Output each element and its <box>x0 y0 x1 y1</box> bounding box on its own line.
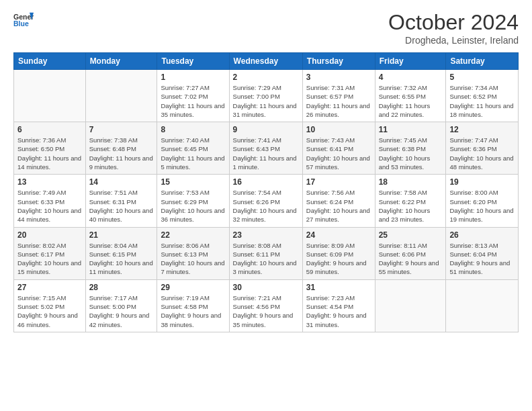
calendar-cell <box>375 279 446 332</box>
day-detail: Sunrise: 7:43 AMSunset: 6:41 PMDaylight:… <box>306 136 371 171</box>
svg-text:Blue: Blue <box>13 19 29 28</box>
day-detail: Sunrise: 8:09 AMSunset: 6:09 PMDaylight:… <box>306 241 371 277</box>
day-detail: Sunrise: 7:51 AMSunset: 6:31 PMDaylight:… <box>89 188 154 224</box>
calendar-cell <box>85 70 157 122</box>
day-number: 15 <box>161 177 225 187</box>
calendar-cell: 7Sunrise: 7:38 AMSunset: 6:48 PMDaylight… <box>85 122 157 175</box>
calendar-cell: 19Sunrise: 8:00 AMSunset: 6:20 PMDayligh… <box>446 175 519 227</box>
day-number: 20 <box>17 230 82 240</box>
calendar-cell: 31Sunrise: 7:23 AMSunset: 4:54 PMDayligh… <box>302 279 375 332</box>
calendar-cell: 30Sunrise: 7:21 AMSunset: 4:56 PMDayligh… <box>229 279 302 332</box>
header-thursday: Thursday <box>302 53 375 70</box>
day-detail: Sunrise: 7:15 AMSunset: 5:02 PMDaylight:… <box>17 293 82 329</box>
calendar-cell: 27Sunrise: 7:15 AMSunset: 5:02 PMDayligh… <box>14 279 86 332</box>
day-number: 16 <box>233 177 299 187</box>
day-number: 13 <box>17 177 82 187</box>
day-number: 25 <box>379 230 443 240</box>
day-detail: Sunrise: 7:56 AMSunset: 6:24 PMDaylight:… <box>306 188 371 224</box>
day-detail: Sunrise: 8:02 AMSunset: 6:17 PMDaylight:… <box>17 241 82 277</box>
day-number: 30 <box>233 283 299 292</box>
day-number: 17 <box>306 177 371 187</box>
location-subtitle: Drogheda, Leinster, Ireland <box>388 35 519 46</box>
day-number: 5 <box>449 73 515 82</box>
calendar-week-4: 20Sunrise: 8:02 AMSunset: 6:17 PMDayligh… <box>14 227 519 279</box>
calendar-cell: 14Sunrise: 7:51 AMSunset: 6:31 PMDayligh… <box>85 175 157 227</box>
day-detail: Sunrise: 7:34 AMSunset: 6:52 PMDaylight:… <box>449 83 515 119</box>
day-number: 11 <box>379 125 443 134</box>
day-detail: Sunrise: 7:45 AMSunset: 6:38 PMDaylight:… <box>379 136 443 171</box>
weekday-header-row: Sunday Monday Tuesday Wednesday Thursday… <box>14 53 519 70</box>
calendar-cell: 4Sunrise: 7:32 AMSunset: 6:55 PMDaylight… <box>375 70 446 122</box>
day-detail: Sunrise: 8:11 AMSunset: 6:06 PMDaylight:… <box>379 241 443 277</box>
day-detail: Sunrise: 7:27 AMSunset: 7:02 PMDaylight:… <box>161 83 225 119</box>
calendar-cell: 11Sunrise: 7:45 AMSunset: 6:38 PMDayligh… <box>375 122 446 175</box>
calendar-week-1: 1Sunrise: 7:27 AMSunset: 7:02 PMDaylight… <box>14 70 519 122</box>
logo: General Blue <box>13 10 36 30</box>
calendar-cell: 5Sunrise: 7:34 AMSunset: 6:52 PMDaylight… <box>446 70 519 122</box>
calendar-cell: 15Sunrise: 7:53 AMSunset: 6:29 PMDayligh… <box>157 175 229 227</box>
calendar-cell: 23Sunrise: 8:08 AMSunset: 6:11 PMDayligh… <box>229 227 302 279</box>
calendar-cell: 9Sunrise: 7:41 AMSunset: 6:43 PMDaylight… <box>229 122 302 175</box>
day-number: 7 <box>89 125 154 134</box>
calendar-cell: 25Sunrise: 8:11 AMSunset: 6:06 PMDayligh… <box>375 227 446 279</box>
month-title: October 2024 <box>388 10 519 35</box>
calendar-cell: 20Sunrise: 8:02 AMSunset: 6:17 PMDayligh… <box>14 227 86 279</box>
calendar-week-5: 27Sunrise: 7:15 AMSunset: 5:02 PMDayligh… <box>14 279 519 332</box>
calendar-week-2: 6Sunrise: 7:36 AMSunset: 6:50 PMDaylight… <box>14 122 519 175</box>
header-wednesday: Wednesday <box>229 53 302 70</box>
day-number: 28 <box>89 283 154 292</box>
day-detail: Sunrise: 7:31 AMSunset: 6:57 PMDaylight:… <box>306 83 371 119</box>
header-friday: Friday <box>375 53 446 70</box>
day-detail: Sunrise: 8:00 AMSunset: 6:20 PMDaylight:… <box>449 188 515 224</box>
day-number: 31 <box>306 283 371 292</box>
calendar-cell: 16Sunrise: 7:54 AMSunset: 6:26 PMDayligh… <box>229 175 302 227</box>
calendar-table: Sunday Monday Tuesday Wednesday Thursday… <box>13 52 519 332</box>
day-number: 12 <box>449 125 515 134</box>
calendar-cell <box>14 70 86 122</box>
day-detail: Sunrise: 7:17 AMSunset: 5:00 PMDaylight:… <box>89 293 154 329</box>
day-number: 22 <box>161 230 225 240</box>
day-detail: Sunrise: 7:19 AMSunset: 4:58 PMDaylight:… <box>161 293 225 329</box>
day-number: 23 <box>233 230 299 240</box>
header-monday: Monday <box>85 53 157 70</box>
calendar-cell <box>446 279 519 332</box>
calendar-cell: 10Sunrise: 7:43 AMSunset: 6:41 PMDayligh… <box>302 122 375 175</box>
header-saturday: Saturday <box>446 53 519 70</box>
calendar-cell: 6Sunrise: 7:36 AMSunset: 6:50 PMDaylight… <box>14 122 86 175</box>
day-number: 6 <box>17 125 82 134</box>
day-detail: Sunrise: 7:41 AMSunset: 6:43 PMDaylight:… <box>233 136 299 171</box>
logo-icon: General Blue <box>13 10 34 30</box>
calendar-cell: 29Sunrise: 7:19 AMSunset: 4:58 PMDayligh… <box>157 279 229 332</box>
day-detail: Sunrise: 7:29 AMSunset: 7:00 PMDaylight:… <box>233 83 299 119</box>
calendar-cell: 21Sunrise: 8:04 AMSunset: 6:15 PMDayligh… <box>85 227 157 279</box>
day-number: 10 <box>306 125 371 134</box>
day-detail: Sunrise: 7:23 AMSunset: 4:54 PMDaylight:… <box>306 293 371 329</box>
day-detail: Sunrise: 7:21 AMSunset: 4:56 PMDaylight:… <box>233 293 299 329</box>
header-sunday: Sunday <box>14 53 86 70</box>
calendar-cell: 22Sunrise: 8:06 AMSunset: 6:13 PMDayligh… <box>157 227 229 279</box>
calendar-cell: 3Sunrise: 7:31 AMSunset: 6:57 PMDaylight… <box>302 70 375 122</box>
day-number: 18 <box>379 177 443 187</box>
day-detail: Sunrise: 7:49 AMSunset: 6:33 PMDaylight:… <box>17 188 82 224</box>
calendar-cell: 1Sunrise: 7:27 AMSunset: 7:02 PMDaylight… <box>157 70 229 122</box>
day-number: 21 <box>89 230 154 240</box>
calendar-cell: 24Sunrise: 8:09 AMSunset: 6:09 PMDayligh… <box>302 227 375 279</box>
calendar-cell: 28Sunrise: 7:17 AMSunset: 5:00 PMDayligh… <box>85 279 157 332</box>
day-number: 4 <box>379 73 443 82</box>
day-number: 24 <box>306 230 371 240</box>
day-detail: Sunrise: 7:58 AMSunset: 6:22 PMDaylight:… <box>379 188 443 224</box>
day-detail: Sunrise: 7:47 AMSunset: 6:36 PMDaylight:… <box>449 136 515 171</box>
calendar-cell: 26Sunrise: 8:13 AMSunset: 6:04 PMDayligh… <box>446 227 519 279</box>
calendar-cell: 17Sunrise: 7:56 AMSunset: 6:24 PMDayligh… <box>302 175 375 227</box>
day-detail: Sunrise: 7:32 AMSunset: 6:55 PMDaylight:… <box>379 83 443 119</box>
calendar-cell: 12Sunrise: 7:47 AMSunset: 6:36 PMDayligh… <box>446 122 519 175</box>
calendar-cell: 13Sunrise: 7:49 AMSunset: 6:33 PMDayligh… <box>14 175 86 227</box>
calendar-cell: 2Sunrise: 7:29 AMSunset: 7:00 PMDaylight… <box>229 70 302 122</box>
day-number: 19 <box>449 177 515 187</box>
title-section: October 2024 Drogheda, Leinster, Ireland <box>388 10 519 46</box>
day-number: 9 <box>233 125 299 134</box>
day-number: 8 <box>161 125 225 134</box>
day-detail: Sunrise: 8:13 AMSunset: 6:04 PMDaylight:… <box>449 241 515 277</box>
day-number: 14 <box>89 177 154 187</box>
day-detail: Sunrise: 7:36 AMSunset: 6:50 PMDaylight:… <box>17 136 82 171</box>
